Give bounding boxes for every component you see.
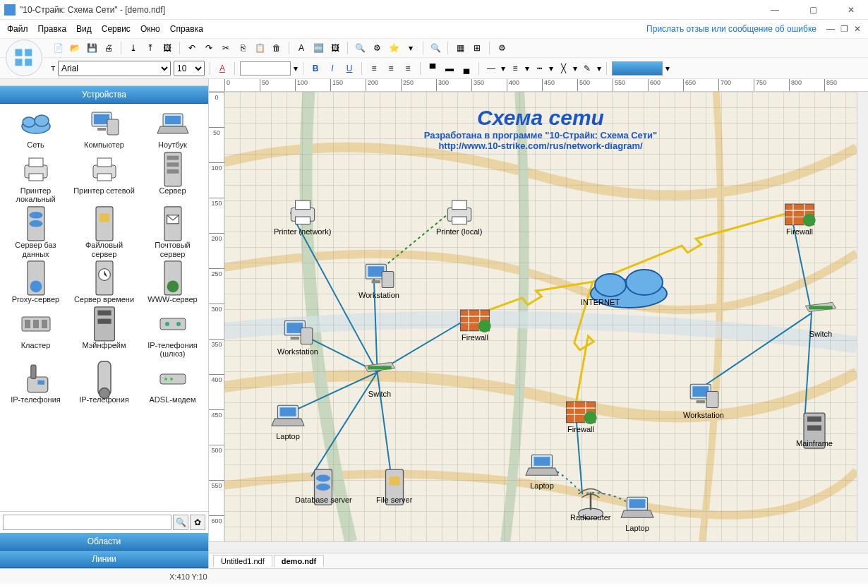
device-mailserver[interactable]: Почтовый сервер [140,208,205,260]
align-left-button[interactable]: ≡ [367,61,381,76]
mdi-close-icon[interactable]: ✕ [854,24,861,34]
device-fileserver[interactable]: Файловый сервер [71,208,137,260]
fill-color-box[interactable] [240,61,291,76]
node-mainframe[interactable]: Mainframe [796,409,833,448]
delete-button[interactable]: 🗑 [270,41,284,55]
node-laptop1[interactable]: Laptop [270,402,306,440]
menu-edit[interactable]: Правка [38,24,67,34]
menu-help[interactable]: Справка [170,24,203,34]
wizard-button[interactable]: ⭐ [387,41,401,55]
node-dbserver[interactable]: Database server [295,466,352,504]
device-cluster[interactable]: Кластер [3,308,68,360]
device-laptop[interactable]: Ноутбук [140,108,205,151]
snap-button[interactable]: ⊞ [470,41,484,55]
dropdown-icon[interactable]: ▾ [525,64,529,73]
device-modem[interactable]: ADSL-модем [140,363,205,406]
tab-untitled[interactable]: Untitled1.ndf [213,555,272,567]
feedback-link[interactable]: Прислать отзыв или сообщение об ошибке [646,24,816,34]
device-www[interactable]: WWW-сервер [140,263,205,306]
zoom-button[interactable]: 🔍 [428,41,442,55]
mdi-restore-icon[interactable]: ❐ [840,24,848,34]
line-weight-button[interactable]: ≡ [508,61,522,76]
search-input[interactable] [3,515,171,530]
close-button[interactable]: ✕ [838,1,864,18]
sidebar-scroll-top[interactable] [0,79,208,86]
node-printer-net[interactable]: Printer (network) [274,198,331,236]
node-laptop2[interactable]: Laptop [524,452,560,490]
node-ws1[interactable]: Workstation [358,261,399,299]
search-settings-button[interactable]: ✿ [190,515,205,530]
valign-bottom-button[interactable]: ▄ [459,61,474,76]
redo-button[interactable]: ↷ [202,41,216,55]
font-color-button[interactable]: A [215,61,229,76]
node-firewall2[interactable]: Firewall [563,395,598,433]
device-voip[interactable]: IP-телефония (шлюз) [140,308,205,360]
diagram-canvas[interactable]: Схема сети Разработана в программе "10-С… [224,92,857,541]
textbox-button[interactable]: 🔤 [311,41,325,55]
align-center-button[interactable]: ≡ [384,61,398,76]
device-timeserver[interactable]: Сервер времени [71,263,137,306]
dropdown-icon[interactable]: ▾ [665,64,670,73]
device-printer[interactable]: Принтер локальный [3,154,68,205]
horizontal-scrollbar[interactable] [209,541,868,553]
device-pc[interactable]: Компьютер [71,108,137,151]
node-printer-local[interactable]: Printer (local) [436,198,482,236]
copy-button[interactable]: ⎘ [236,41,250,55]
import-button[interactable]: ⤒ [143,41,157,55]
section-devices[interactable]: Устройства [0,86,208,104]
accent-color-box[interactable] [612,61,663,76]
cut-button[interactable]: ✂ [219,41,233,55]
line-dash-button[interactable]: ┅ [532,61,546,76]
text-tool-button[interactable]: A [294,41,308,55]
font-name-select[interactable]: Arial [58,61,171,76]
device-mainframe[interactable]: Мэйнфрейм [71,308,137,360]
section-areas[interactable]: Области [0,533,208,551]
settings-button[interactable]: ⚙ [495,41,509,55]
dropdown-icon[interactable]: ▾ [549,64,553,73]
italic-button[interactable]: I [325,61,339,76]
save-button[interactable]: 💾 [85,41,99,55]
device-cloud[interactable]: Сеть [3,108,68,151]
node-firewall1[interactable]: Firewall [457,304,493,342]
menu-window[interactable]: Окно [140,24,160,34]
dropdown-icon[interactable]: ▾ [597,64,601,73]
insert-image-button[interactable]: 🖼 [328,41,342,55]
node-switch2[interactable]: Switch [803,300,838,338]
section-lines[interactable]: Линии [0,551,208,568]
search-button[interactable]: 🔍 [173,515,188,530]
menu-tools[interactable]: Сервис [102,24,131,34]
node-radiorouter[interactable]: Radiorouter [570,484,610,522]
vertical-scrollbar[interactable] [857,92,868,541]
device-proxy[interactable]: Proxy-сервер [3,263,68,306]
new-button[interactable]: 📄 [51,41,65,55]
device-phone[interactable]: IP-телефония [3,363,68,406]
mdi-minimize-icon[interactable]: — [826,24,835,34]
device-server[interactable]: Сервер [140,154,205,205]
node-internet[interactable]: INTERNET [581,268,620,306]
device-phone2[interactable]: IP-телефония [71,363,137,406]
bold-button[interactable]: B [308,61,323,76]
scan-button[interactable]: 🔍 [353,41,367,55]
menu-file[interactable]: Файл [7,24,28,34]
valign-middle-button[interactable]: ▬ [442,61,457,76]
dropdown-icon[interactable]: ▾ [294,64,298,73]
line-solid-button[interactable]: — [484,61,498,76]
paste-button[interactable]: 📋 [253,41,267,55]
snmp-button[interactable]: ⚙ [370,41,384,55]
dropdown-icon[interactable]: ▾ [573,64,577,73]
maximize-button[interactable]: ▢ [800,1,826,18]
valign-top-button[interactable]: ▀ [426,61,440,76]
grid-button[interactable]: ▦ [453,41,467,55]
device-dbserver[interactable]: Сервер баз данных [3,208,68,260]
dropdown-icon[interactable]: ▾ [501,64,505,73]
arrow-down-icon[interactable]: ▾ [404,41,418,55]
node-firewall3[interactable]: Firewall [782,198,817,236]
node-laptop3[interactable]: Laptop [620,494,655,532]
image-button[interactable]: 🖼 [160,41,174,55]
node-ws2[interactable]: Workstation [277,318,318,356]
line-color-button[interactable]: ✎ [580,61,594,76]
underline-button[interactable]: U [342,61,356,76]
tab-demo[interactable]: demo.ndf [274,555,325,567]
device-printer[interactable]: Принтер сетевой [71,154,137,205]
minimize-button[interactable]: — [762,1,788,18]
